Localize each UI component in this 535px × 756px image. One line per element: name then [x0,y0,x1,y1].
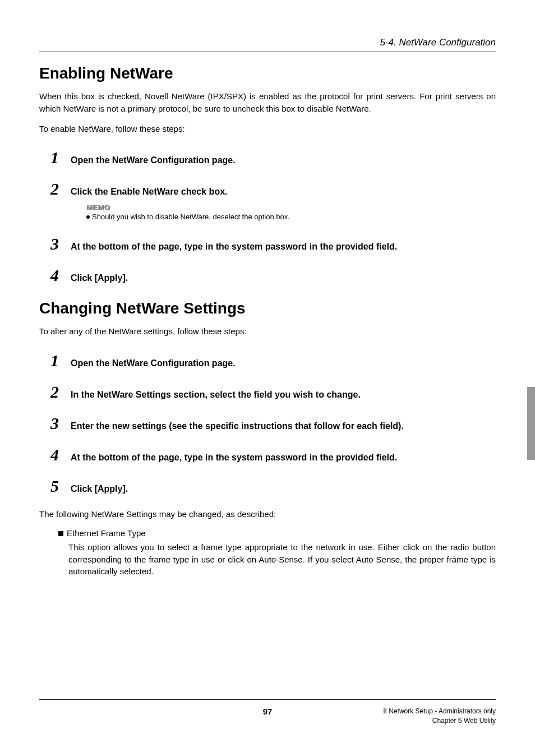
step-text: Click [Apply]. [71,273,128,283]
side-tab-marker [527,387,535,460]
step-2-1: 1 Open the NetWare Configuration page. [50,352,496,369]
memo-item: Should you wish to disable NetWare, dese… [86,213,496,221]
step-number: 1 [50,149,71,166]
step-text: Click the Enable NetWare check box. [71,187,228,197]
bullet-list: Ethernet Frame Type This option allows y… [58,528,496,578]
footer-right-block: II Network Setup - Administrators only C… [383,707,496,726]
step-text: Open the NetWare Configuration page. [71,155,236,165]
step-number: 2 [50,181,71,197]
page-header: 5-4. NetWare Configuration [39,37,496,52]
step-text: In the NetWare Settings section, select … [71,390,361,400]
step-2-4: 4 At the bottom of the page, type in the… [50,446,496,463]
step-1-4: 4 Click [Apply]. [50,267,496,284]
header-section-label: 5-4. NetWare Configuration [39,37,496,48]
bullet-body: This option allows you to select a frame… [68,541,496,578]
step-2-5: 5 Click [Apply]. [50,478,496,495]
step-number: 4 [50,267,71,284]
step-number: 5 [50,478,71,495]
bullet-title-text: Ethernet Frame Type [67,528,146,538]
step-number: 3 [50,236,71,252]
step-number: 1 [50,352,71,369]
memo-text: Should you wish to disable NetWare, dese… [92,213,290,221]
lead-paragraph-1: To enable NetWare, follow these steps: [39,123,496,135]
step-1-1: 1 Open the NetWare Configuration page. [50,149,496,166]
footer-line-2: Chapter 5 Web Utility [383,716,496,726]
step-number: 3 [50,415,71,432]
step-2-3: 3 Enter the new settings (see the specif… [50,415,496,432]
memo-label: MEMO [86,203,496,211]
bullet-icon [86,215,90,219]
intro-paragraph-2: To alter any of the NetWare settings, fo… [39,325,496,338]
intro-paragraph-1: When this box is checked, Novell NetWare… [39,90,496,115]
followup-paragraph: The following NetWare Settings may be ch… [39,508,496,520]
memo-block: MEMO Should you wish to disable NetWare,… [86,203,496,221]
step-text: At the bottom of the page, type in the s… [71,242,397,252]
footer-line-1: II Network Setup - Administrators only [383,707,496,716]
step-text: Open the NetWare Configuration page. [71,358,236,368]
heading-changing-netware: Changing NetWare Settings [39,299,496,317]
bullet-heading: Ethernet Frame Type [58,528,496,538]
step-text: At the bottom of the page, type in the s… [71,453,397,463]
step-number: 2 [50,384,71,400]
step-2-2: 2 In the NetWare Settings section, selec… [50,384,496,400]
heading-enabling-netware: Enabling NetWare [39,64,496,82]
page-footer: 97 II Network Setup - Administrators onl… [39,699,496,726]
step-text: Enter the new settings (see the specific… [71,421,404,431]
square-bullet-icon [58,531,63,536]
step-number: 4 [50,446,71,463]
step-1-2: 2 Click the Enable NetWare check box. [50,181,496,197]
page-number: 97 [263,707,273,716]
step-text: Click [Apply]. [71,484,128,494]
step-1-3: 3 At the bottom of the page, type in the… [50,236,496,252]
